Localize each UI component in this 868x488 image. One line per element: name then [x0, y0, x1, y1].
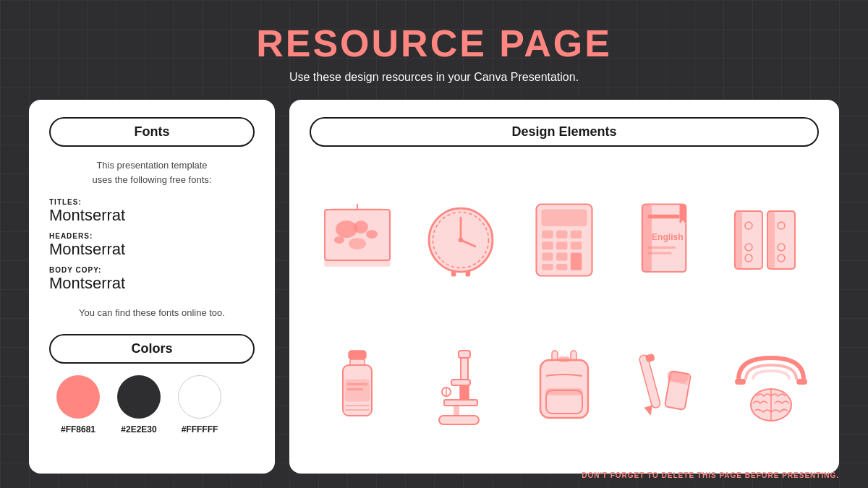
svg-rect-61 — [454, 406, 459, 416]
right-panel: Design Elements — [289, 100, 839, 474]
page-subtitle: Use these design resources in your Canva… — [289, 71, 579, 84]
element-pen-eraser — [619, 343, 715, 430]
footer-note: DON'T FORGET TO DELETE THIS PAGE BEFORE … — [582, 471, 839, 479]
svg-rect-22 — [556, 241, 567, 249]
svg-rect-17 — [542, 210, 587, 226]
fonts-description: This presentation templateuses the follo… — [49, 158, 255, 187]
font-label-titles: TITLES: — [49, 198, 255, 206]
svg-rect-52 — [347, 388, 363, 390]
element-water-bottle — [310, 343, 406, 430]
element-binders — [723, 197, 819, 283]
color-swatches: #FF8681 #2E2E30 #FFFFFF — [49, 375, 255, 435]
svg-rect-43 — [767, 211, 775, 269]
svg-rect-30 — [642, 204, 652, 272]
color-circle-white — [178, 375, 221, 419]
svg-rect-53 — [345, 405, 370, 406]
design-elements-heading: Design Elements — [310, 117, 819, 147]
svg-rect-19 — [556, 230, 567, 238]
svg-rect-69 — [559, 357, 569, 361]
svg-rect-18 — [542, 230, 553, 238]
element-english-book: English — [619, 197, 715, 283]
svg-rect-25 — [556, 252, 567, 260]
color-swatch-white: #FFFFFF — [178, 375, 221, 435]
svg-rect-26 — [571, 252, 582, 270]
svg-point-6 — [334, 236, 344, 244]
svg-rect-76 — [735, 379, 746, 385]
svg-rect-24 — [542, 252, 553, 260]
svg-rect-55 — [459, 351, 470, 358]
font-value-titles: Montserrat — [49, 206, 255, 225]
svg-rect-70 — [639, 354, 661, 408]
element-backpack — [516, 343, 613, 430]
element-clock — [413, 197, 509, 283]
font-value-headers: Montserrat — [49, 240, 255, 259]
svg-rect-54 — [345, 409, 370, 411]
fonts-note: You can find these fonts online too. — [49, 307, 255, 318]
font-label-headers: HEADERS: — [49, 232, 255, 240]
color-circle-dark — [117, 375, 161, 419]
svg-rect-21 — [542, 241, 553, 249]
svg-point-4 — [354, 221, 368, 234]
color-swatch-salmon: #FF8681 — [56, 375, 100, 435]
svg-rect-31 — [647, 214, 679, 218]
element-rainbow-brain — [723, 343, 819, 430]
font-value-body: Montserrat — [49, 274, 255, 293]
svg-rect-15 — [466, 270, 471, 276]
color-circle-salmon — [56, 375, 100, 419]
left-panel: Fonts This presentation templateuses the… — [29, 100, 275, 474]
svg-rect-14 — [451, 270, 456, 276]
color-hex-white: #FFFFFF — [182, 424, 218, 435]
element-microscope — [413, 343, 509, 430]
font-label-body: BODY COPY: — [49, 266, 255, 274]
svg-point-13 — [459, 237, 464, 242]
svg-rect-27 — [542, 264, 553, 270]
colors-section: Colors #FF8681 #2E2E30 #FFFFFF — [49, 334, 255, 435]
font-entry-titles: TITLES: Montserrat — [49, 198, 255, 225]
color-swatch-dark: #2E2E30 — [117, 375, 161, 435]
svg-rect-77 — [796, 379, 807, 385]
fonts-heading: Fonts — [49, 117, 255, 147]
svg-rect-60 — [439, 416, 479, 424]
svg-rect-20 — [571, 230, 582, 238]
svg-rect-47 — [349, 351, 366, 359]
color-hex-dark: #2E2E30 — [121, 424, 156, 435]
design-elements-grid: English — [310, 170, 819, 456]
svg-point-7 — [349, 238, 366, 249]
color-hex-salmon: #FF8681 — [61, 424, 95, 435]
svg-rect-2 — [325, 210, 390, 260]
svg-rect-33 — [647, 246, 676, 248]
svg-rect-8 — [325, 260, 390, 266]
element-calculator — [516, 197, 613, 283]
svg-rect-58 — [460, 385, 469, 400]
svg-rect-34 — [647, 252, 671, 254]
font-entry-headers: HEADERS: Montserrat — [49, 232, 255, 259]
svg-rect-68 — [546, 389, 582, 395]
svg-rect-59 — [444, 400, 477, 406]
svg-rect-23 — [571, 241, 582, 249]
svg-rect-48 — [350, 359, 365, 365]
font-entry-body: BODY COPY: Montserrat — [49, 266, 255, 293]
svg-rect-38 — [735, 211, 742, 269]
svg-text:English: English — [652, 232, 684, 242]
main-content: Fonts This presentation templateuses the… — [29, 100, 839, 474]
colors-heading: Colors — [49, 334, 255, 364]
element-world-map — [310, 197, 406, 283]
svg-rect-28 — [556, 264, 567, 270]
svg-point-5 — [366, 230, 378, 239]
svg-point-3 — [336, 221, 357, 238]
svg-rect-57 — [451, 380, 470, 385]
page-title: RESOURCE PAGE — [256, 22, 612, 65]
svg-rect-51 — [347, 383, 367, 385]
